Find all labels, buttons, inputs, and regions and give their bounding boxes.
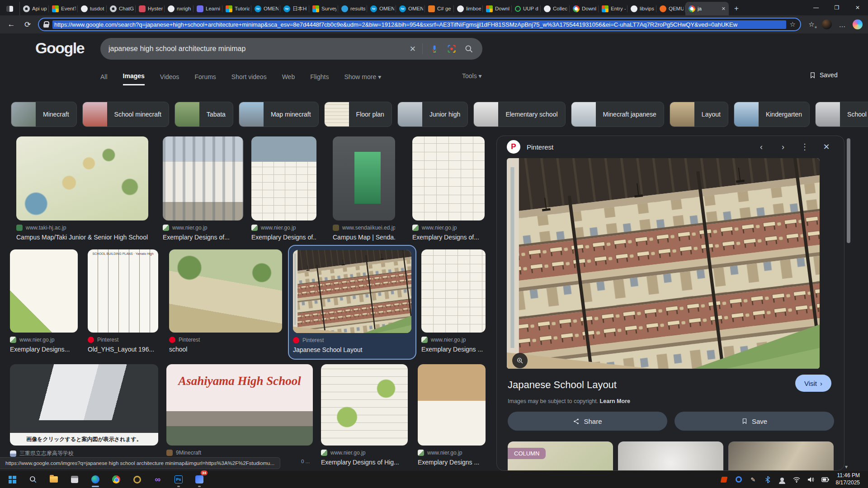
tab-all[interactable]: All bbox=[100, 73, 108, 85]
browser-tab[interactable]: tusdot bbox=[78, 2, 107, 15]
result-image[interactable] bbox=[251, 136, 316, 221]
pinned-tab[interactable] bbox=[0, 2, 20, 15]
result-title[interactable]: Exemplary Designs ... bbox=[418, 459, 486, 466]
filter-chip[interactable]: School layout bbox=[815, 102, 868, 127]
voice-search-icon[interactable] bbox=[429, 43, 440, 54]
result-image[interactable] bbox=[10, 249, 78, 333]
result-image[interactable]: Asahiyama High School bbox=[166, 364, 313, 446]
tab-images[interactable]: Images bbox=[123, 72, 145, 85]
mail-button[interactable]: 34 bbox=[191, 471, 208, 488]
result-title[interactable]: school bbox=[169, 346, 282, 353]
address-bar[interactable]: https://www.google.com/search?q=japanese… bbox=[38, 18, 801, 31]
filter-chip[interactable]: Kindergarten bbox=[734, 102, 810, 127]
browser-tab[interactable]: OMEN bbox=[367, 2, 396, 15]
search-query[interactable]: japanese high school architecture minima… bbox=[108, 45, 403, 53]
result-title[interactable]: Exemplary Designs of... bbox=[412, 234, 485, 241]
result-title[interactable]: Exemplary Designs of... bbox=[163, 234, 243, 241]
filter-chip[interactable]: Elementary school bbox=[473, 102, 565, 127]
browser-tab[interactable]: EventT bbox=[49, 2, 78, 15]
battery-icon[interactable] bbox=[821, 475, 830, 483]
related-image[interactable]: COLUMN bbox=[508, 441, 613, 471]
filter-chip[interactable]: Minecraft bbox=[11, 102, 77, 127]
browser-tab[interactable]: Hyster bbox=[136, 2, 165, 15]
related-image[interactable] bbox=[618, 441, 723, 471]
browser-tab[interactable]: ChatG bbox=[107, 2, 136, 15]
panel-source[interactable]: Pinterest bbox=[527, 143, 747, 151]
result-title[interactable]: Old_YHS_Layout 196... bbox=[88, 346, 158, 353]
result-image[interactable] bbox=[16, 136, 148, 221]
search-bar[interactable]: japanese high school architecture minima… bbox=[100, 38, 482, 60]
filter-chip[interactable]: Floor plan bbox=[324, 102, 392, 127]
result-image[interactable]: SCHOOL BUILDING PLANS · Yamato High bbox=[88, 249, 158, 333]
browser-tab[interactable]: QEMU bbox=[656, 2, 685, 15]
result-title[interactable]: Exemplary Designs of Hig... bbox=[321, 459, 408, 466]
browser-tab[interactable]: Downl bbox=[570, 2, 599, 15]
result-image[interactable] bbox=[169, 249, 282, 333]
tab-short-videos[interactable]: Short videos bbox=[231, 73, 267, 85]
browser-tab[interactable]: OMEN bbox=[396, 2, 425, 15]
filter-chip[interactable]: Junior high bbox=[397, 102, 468, 127]
minimize-button[interactable]: — bbox=[806, 0, 826, 15]
copilot-icon[interactable] bbox=[853, 19, 863, 29]
people-icon[interactable] bbox=[778, 475, 786, 483]
close-panel-icon[interactable]: ✕ bbox=[819, 139, 834, 155]
tab-web[interactable]: Web bbox=[282, 73, 295, 85]
pen-icon[interactable]: ✎ bbox=[749, 475, 757, 483]
filter-chip[interactable]: School minecraft bbox=[82, 102, 169, 127]
result-image[interactable] bbox=[293, 250, 411, 333]
maximize-button[interactable]: ❐ bbox=[826, 0, 847, 15]
browser-tab[interactable]: Downl bbox=[483, 2, 512, 15]
favorites-hub-icon[interactable]: ☆ bbox=[806, 19, 817, 30]
related-image[interactable] bbox=[728, 441, 834, 471]
wifi-icon[interactable] bbox=[793, 475, 801, 483]
more-options-icon[interactable]: ⋮ bbox=[797, 139, 812, 155]
chrome-button[interactable] bbox=[108, 471, 125, 488]
browser-tab[interactable]: UUP d bbox=[512, 2, 541, 15]
visual-studio-button[interactable]: ∞ bbox=[149, 471, 166, 488]
profile-avatar[interactable] bbox=[822, 19, 832, 29]
browser-tab[interactable]: libvips bbox=[627, 2, 656, 15]
preview-image[interactable] bbox=[507, 158, 820, 369]
result-title[interactable]: Exemplary Designs... bbox=[10, 346, 78, 353]
result-image[interactable] bbox=[321, 364, 408, 446]
tab-flights[interactable]: Flights bbox=[310, 73, 329, 85]
filter-chip[interactable]: Tabata bbox=[175, 102, 233, 127]
browser-tab[interactable]: results bbox=[338, 2, 367, 15]
taskbar-search[interactable] bbox=[24, 471, 42, 488]
zoom-image-button[interactable] bbox=[512, 353, 528, 368]
result-image[interactable] bbox=[163, 136, 243, 221]
file-explorer-button[interactable] bbox=[45, 471, 62, 488]
save-button[interactable]: Save bbox=[675, 412, 834, 431]
clear-search-icon[interactable]: ✕ bbox=[410, 44, 416, 54]
preview-title[interactable]: Japanese School Layout bbox=[508, 379, 617, 391]
app-button[interactable] bbox=[66, 471, 83, 488]
result-title[interactable]: Japanese School Layout bbox=[293, 346, 411, 353]
result-image[interactable]: 画像をクリックすると案内図が表示されます。 bbox=[10, 364, 158, 446]
browser-tab[interactable]: OMEN bbox=[251, 2, 280, 15]
panel-scrollbar[interactable]: ▾ bbox=[846, 136, 851, 471]
saved-button[interactable]: Saved bbox=[809, 71, 838, 79]
share-button[interactable]: Share bbox=[508, 412, 667, 431]
result-title[interactable]: Campus Map/Taki Junior & Senior High Sch… bbox=[16, 234, 148, 241]
tools-menu[interactable]: Tools ▾ bbox=[462, 72, 482, 80]
filter-chip[interactable]: Map minecraft bbox=[239, 102, 319, 127]
browser-tab[interactable]: nxrigh bbox=[165, 2, 193, 15]
lens-search-icon[interactable] bbox=[446, 43, 457, 54]
visit-button[interactable]: Visit› bbox=[795, 375, 831, 392]
start-button[interactable] bbox=[4, 471, 21, 488]
search-icon[interactable] bbox=[463, 43, 474, 54]
result-image[interactable] bbox=[418, 364, 486, 446]
app-ring-button[interactable] bbox=[128, 471, 146, 488]
prev-image-button[interactable]: ‹ bbox=[754, 139, 769, 155]
photoshop-button[interactable]: Ps bbox=[170, 471, 187, 488]
tab-forums[interactable]: Forums bbox=[194, 73, 216, 85]
browser-tab[interactable]: Collec bbox=[541, 2, 570, 15]
tab-videos[interactable]: Videos bbox=[160, 73, 179, 85]
taskbar-clock[interactable]: 11:46 PM 8/17/2025 bbox=[836, 472, 863, 486]
window-close-button[interactable]: ✕ bbox=[847, 0, 868, 15]
result-title[interactable]: Campus Map | Senda... bbox=[333, 234, 395, 241]
bluetooth-icon[interactable] bbox=[764, 475, 772, 483]
new-tab-button[interactable]: + bbox=[729, 2, 744, 15]
result-image[interactable] bbox=[333, 136, 395, 221]
learn-more-link[interactable]: Learn More bbox=[600, 398, 630, 404]
